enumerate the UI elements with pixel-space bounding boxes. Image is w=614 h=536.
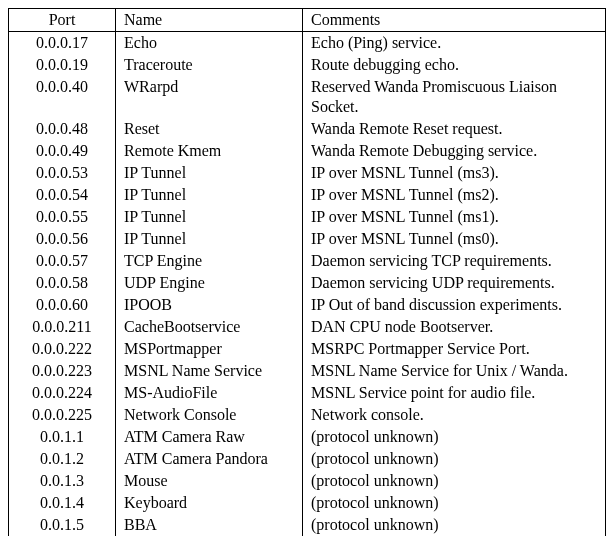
- table-row: 0.0.0.49Remote KmemWanda Remote Debuggin…: [9, 140, 606, 162]
- cell-port: 0.0.0.54: [9, 184, 116, 206]
- cell-name: Traceroute: [116, 54, 303, 76]
- cell-comment: Echo (Ping) service.: [303, 32, 606, 55]
- cell-comment: Wanda Remote Debugging service.: [303, 140, 606, 162]
- cell-port: 0.0.0.222: [9, 338, 116, 360]
- table-row: 0.0.0.19TracerouteRoute debugging echo.: [9, 54, 606, 76]
- cell-port: 0.0.0.56: [9, 228, 116, 250]
- table-row: 0.0.0.224MS-AudioFileMSNL Service point …: [9, 382, 606, 404]
- cell-comment: MSNL Service point for audio file.: [303, 382, 606, 404]
- cell-name: MS-AudioFile: [116, 382, 303, 404]
- table-row: 0.0.0.55IP TunnelIP over MSNL Tunnel (ms…: [9, 206, 606, 228]
- col-header-name: Name: [116, 9, 303, 32]
- table-row: 0.0.0.17EchoEcho (Ping) service.: [9, 32, 606, 55]
- cell-port: 0.0.0.40: [9, 76, 116, 118]
- table-row: 0.0.0.60IPOOBIP Out of band discussion e…: [9, 294, 606, 316]
- table-row: 0.0.1.5BBA(protocol unknown): [9, 514, 606, 536]
- table-row: 0.0.0.225Network ConsoleNetwork console.: [9, 404, 606, 426]
- cell-name: Remote Kmem: [116, 140, 303, 162]
- cell-port: 0.0.0.53: [9, 162, 116, 184]
- table-row: 0.0.1.4Keyboard(protocol unknown): [9, 492, 606, 514]
- cell-port: 0.0.1.1: [9, 426, 116, 448]
- cell-name: Reset: [116, 118, 303, 140]
- cell-port: 0.0.1.3: [9, 470, 116, 492]
- cell-name: Mouse: [116, 470, 303, 492]
- cell-port: 0.0.0.224: [9, 382, 116, 404]
- cell-name: IP Tunnel: [116, 162, 303, 184]
- cell-port: 0.0.0.49: [9, 140, 116, 162]
- cell-port: 0.0.0.225: [9, 404, 116, 426]
- cell-name: UDP Engine: [116, 272, 303, 294]
- table-row: 0.0.0.223MSNL Name ServiceMSNL Name Serv…: [9, 360, 606, 382]
- cell-comment: (protocol unknown): [303, 492, 606, 514]
- cell-port: 0.0.0.55: [9, 206, 116, 228]
- cell-name: Echo: [116, 32, 303, 55]
- cell-comment: MSNL Name Service for Unix / Wanda.: [303, 360, 606, 382]
- table-row: 0.0.0.58UDP EngineDaemon servicing UDP r…: [9, 272, 606, 294]
- cell-name: WRarpd: [116, 76, 303, 118]
- cell-comment: (protocol unknown): [303, 448, 606, 470]
- cell-name: IP Tunnel: [116, 206, 303, 228]
- cell-port: 0.0.1.4: [9, 492, 116, 514]
- cell-port: 0.0.0.57: [9, 250, 116, 272]
- cell-name: ATM Camera Pandora: [116, 448, 303, 470]
- cell-name: IP Tunnel: [116, 228, 303, 250]
- cell-comment: DAN CPU node Bootserver.: [303, 316, 606, 338]
- cell-port: 0.0.0.58: [9, 272, 116, 294]
- table-row: 0.0.0.57TCP EngineDaemon servicing TCP r…: [9, 250, 606, 272]
- cell-comment: Network console.: [303, 404, 606, 426]
- cell-comment: IP over MSNL Tunnel (ms1).: [303, 206, 606, 228]
- cell-comment: IP over MSNL Tunnel (ms3).: [303, 162, 606, 184]
- cell-name: ATM Camera Raw: [116, 426, 303, 448]
- cell-port: 0.0.1.2: [9, 448, 116, 470]
- table-row: 0.0.0.56IP TunnelIP over MSNL Tunnel (ms…: [9, 228, 606, 250]
- cell-comment: Daemon servicing TCP requirements.: [303, 250, 606, 272]
- table-row: 0.0.0.54IP TunnelIP over MSNL Tunnel (ms…: [9, 184, 606, 206]
- cell-name: CacheBootservice: [116, 316, 303, 338]
- table-header-row: Port Name Comments: [9, 9, 606, 32]
- cell-name: MSNL Name Service: [116, 360, 303, 382]
- cell-name: Keyboard: [116, 492, 303, 514]
- cell-name: IP Tunnel: [116, 184, 303, 206]
- cell-comment: IP over MSNL Tunnel (ms2).: [303, 184, 606, 206]
- cell-port: 0.0.0.60: [9, 294, 116, 316]
- cell-name: MSPortmapper: [116, 338, 303, 360]
- cell-name: Network Console: [116, 404, 303, 426]
- table-row: 0.0.1.1ATM Camera Raw(protocol unknown): [9, 426, 606, 448]
- table-row: 0.0.1.2ATM Camera Pandora(protocol unkno…: [9, 448, 606, 470]
- cell-name: IPOOB: [116, 294, 303, 316]
- table-row: 0.0.0.222MSPortmapperMSRPC Portmapper Se…: [9, 338, 606, 360]
- cell-comment: IP Out of band discussion experiments.: [303, 294, 606, 316]
- cell-comment: Wanda Remote Reset request.: [303, 118, 606, 140]
- cell-port: 0.0.0.17: [9, 32, 116, 55]
- cell-port: 0.0.0.48: [9, 118, 116, 140]
- ports-table: Port Name Comments 0.0.0.17EchoEcho (Pin…: [8, 8, 606, 536]
- cell-comment: Daemon servicing UDP requirements.: [303, 272, 606, 294]
- cell-comment: (protocol unknown): [303, 470, 606, 492]
- cell-comment: IP over MSNL Tunnel (ms0).: [303, 228, 606, 250]
- cell-port: 0.0.0.223: [9, 360, 116, 382]
- cell-name: BBA: [116, 514, 303, 536]
- cell-comment: (protocol unknown): [303, 514, 606, 536]
- col-header-comment: Comments: [303, 9, 606, 32]
- cell-port: 0.0.0.211: [9, 316, 116, 338]
- cell-comment: (protocol unknown): [303, 426, 606, 448]
- table-row: 0.0.0.53IP TunnelIP over MSNL Tunnel (ms…: [9, 162, 606, 184]
- cell-comment: Reserved Wanda Promiscuous Liaison Socke…: [303, 76, 606, 118]
- table-row: 0.0.1.3Mouse(protocol unknown): [9, 470, 606, 492]
- table-row: 0.0.0.211CacheBootserviceDAN CPU node Bo…: [9, 316, 606, 338]
- table-row: 0.0.0.40WRarpdReserved Wanda Promiscuous…: [9, 76, 606, 118]
- cell-comment: MSRPC Portmapper Service Port.: [303, 338, 606, 360]
- cell-port: 0.0.1.5: [9, 514, 116, 536]
- cell-port: 0.0.0.19: [9, 54, 116, 76]
- cell-comment: Route debugging echo.: [303, 54, 606, 76]
- col-header-port: Port: [9, 9, 116, 32]
- cell-name: TCP Engine: [116, 250, 303, 272]
- table-row: 0.0.0.48ResetWanda Remote Reset request.: [9, 118, 606, 140]
